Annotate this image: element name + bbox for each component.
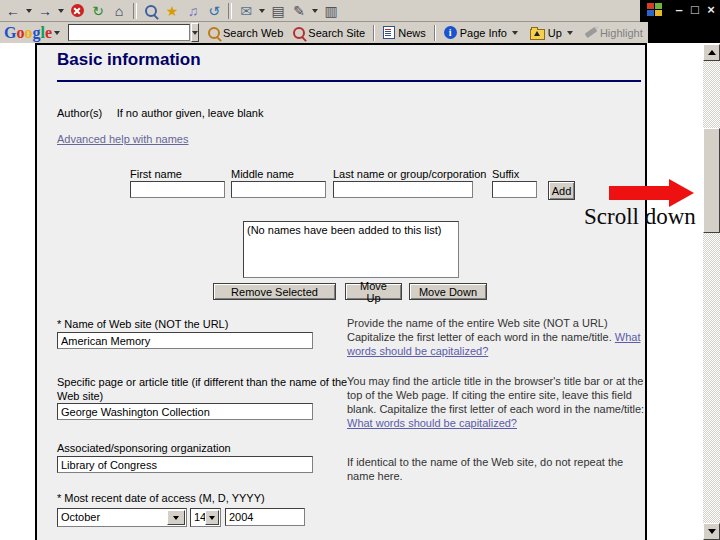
highlight-icon	[585, 27, 598, 38]
page-info-button[interactable]: i Page Info	[439, 26, 525, 39]
organization-help-text: If identical to the name of the Web site…	[347, 456, 623, 482]
stop-button[interactable]	[67, 2, 87, 20]
back-dropdown-icon[interactable]	[26, 9, 32, 13]
article-title-input[interactable]	[57, 403, 313, 420]
middle-name-label: Middle name	[231, 168, 294, 180]
scroll-down-note: Scroll down	[584, 204, 696, 230]
toolbar-separator	[434, 25, 436, 41]
google-toolbar: Google Search Web Search Site News i Pag…	[0, 22, 648, 43]
names-list-empty-text: (No names have been added to this list)	[247, 224, 441, 236]
advanced-help-link[interactable]: Advanced help with names	[57, 133, 188, 145]
article-title-help-text: You may find the article title in the br…	[347, 375, 644, 415]
triangle-up-icon	[708, 50, 716, 55]
news-icon	[383, 26, 395, 39]
windows-logo-icon	[647, 3, 663, 17]
search-web-button[interactable]: Search Web	[203, 27, 288, 39]
forward-button[interactable]: →	[35, 2, 55, 20]
year-input[interactable]	[225, 508, 305, 526]
triangle-down-icon	[708, 529, 716, 534]
google-logo[interactable]: Google	[4, 24, 52, 42]
search-site-icon	[293, 27, 305, 39]
toolbar-separator	[373, 25, 375, 41]
mail-button[interactable]: ✉	[236, 2, 256, 20]
toolbar-separator	[228, 3, 232, 19]
site-name-label: * Name of Web site (NOT the URL)	[57, 318, 228, 330]
slide: – □ × ← → ↻ ⌂ ★ ♫ ↺ ✉ ▤ ✎ ▥ Google Searc…	[0, 0, 720, 540]
refresh-button[interactable]: ↻	[88, 2, 108, 20]
last-name-input[interactable]	[333, 181, 473, 198]
highlight-button[interactable]: Highlight	[580, 27, 648, 39]
move-up-button[interactable]: Move Up	[345, 283, 402, 300]
history-button[interactable]: ↺	[204, 2, 224, 20]
discuss-button[interactable]: ▥	[321, 2, 341, 20]
scroll-up-button[interactable]	[703, 44, 720, 61]
search-button[interactable]	[141, 2, 161, 20]
last-name-label: Last name or group/corporation	[333, 168, 486, 180]
scrollbar[interactable]	[703, 44, 720, 540]
middle-name-input[interactable]	[231, 181, 326, 198]
author-hint: If no author given, leave blank	[117, 107, 264, 119]
first-name-input[interactable]	[130, 181, 225, 198]
search-icon	[145, 5, 157, 17]
names-listbox[interactable]: (No names have been added to this list)	[243, 221, 459, 278]
search-site-button[interactable]: Search Site	[288, 27, 370, 39]
site-name-input[interactable]	[57, 332, 313, 349]
remove-selected-button[interactable]: Remove Selected	[213, 283, 336, 300]
forward-dropdown-icon[interactable]	[58, 9, 64, 13]
scrollbar-thumb[interactable]	[703, 128, 720, 233]
month-dropdown-icon	[167, 510, 185, 525]
page-title: Basic information	[57, 50, 201, 70]
page-content: Basic information Author(s) If no author…	[35, 43, 647, 540]
add-name-button[interactable]: Add	[548, 181, 575, 200]
access-date-label: * Most recent date of access (M, D, YYYY…	[57, 492, 265, 504]
move-down-button[interactable]: Move Down	[409, 283, 487, 300]
news-button[interactable]: News	[378, 26, 431, 39]
up-button[interactable]: Up	[525, 26, 580, 40]
red-arrow-head	[669, 179, 694, 207]
scroll-down-button[interactable]	[703, 523, 720, 540]
page-info-dropdown-icon	[512, 31, 518, 35]
page-info-label: Page Info	[460, 27, 507, 39]
google-search-input[interactable]	[68, 24, 190, 41]
logo-letter: e	[45, 24, 52, 41]
month-select[interactable]: October	[57, 508, 187, 527]
up-dropdown-icon	[567, 31, 573, 35]
suffix-label: Suffix	[492, 168, 519, 180]
edit-dropdown-icon[interactable]	[312, 9, 318, 13]
organization-label: Associated/sponsoring organization	[57, 442, 231, 454]
organization-input[interactable]	[57, 456, 313, 473]
logo-letter: G	[4, 24, 16, 41]
restore-button[interactable]: □	[688, 2, 702, 17]
mail-dropdown-icon[interactable]	[259, 9, 265, 13]
day-select[interactable]: 14	[190, 508, 221, 527]
google-search-dropdown[interactable]	[191, 23, 199, 42]
title-rule	[57, 80, 641, 82]
google-logo-dropdown-icon[interactable]	[54, 31, 60, 35]
author-line: Author(s) If no author given, leave blan…	[57, 103, 263, 121]
close-button[interactable]: ×	[704, 2, 718, 17]
up-label: Up	[548, 27, 562, 39]
page-info-icon: i	[444, 26, 457, 39]
author-label: Author(s)	[57, 107, 102, 119]
chevron-down-icon	[192, 31, 198, 35]
minimize-button[interactable]: –	[672, 2, 686, 17]
toolbar-separator	[133, 3, 137, 19]
search-site-label: Search Site	[308, 27, 365, 39]
browser-toolbar: ← → ↻ ⌂ ★ ♫ ↺ ✉ ▤ ✎ ▥	[0, 0, 640, 22]
edit-button[interactable]: ✎	[289, 2, 309, 20]
red-arrow-annotation	[609, 186, 670, 200]
search-web-icon	[208, 27, 220, 39]
suffix-input[interactable]	[492, 181, 537, 198]
month-value: October	[61, 511, 100, 523]
media-button[interactable]: ♫	[183, 2, 203, 20]
article-title-help: You may find the article title in the br…	[347, 374, 649, 430]
article-title-label: Specific page or article title (if diffe…	[57, 375, 353, 403]
home-button[interactable]: ⌂	[109, 2, 129, 20]
highlight-label: Highlight	[600, 27, 643, 39]
back-button[interactable]: ←	[3, 2, 23, 20]
capitalized-help-link[interactable]: What words should be capitalized?	[347, 417, 517, 429]
site-name-help: Provide the name of the entire Web site …	[347, 316, 647, 358]
print-button[interactable]: ▤	[268, 2, 288, 20]
day-dropdown-icon	[205, 510, 219, 525]
favorites-button[interactable]: ★	[162, 2, 182, 20]
